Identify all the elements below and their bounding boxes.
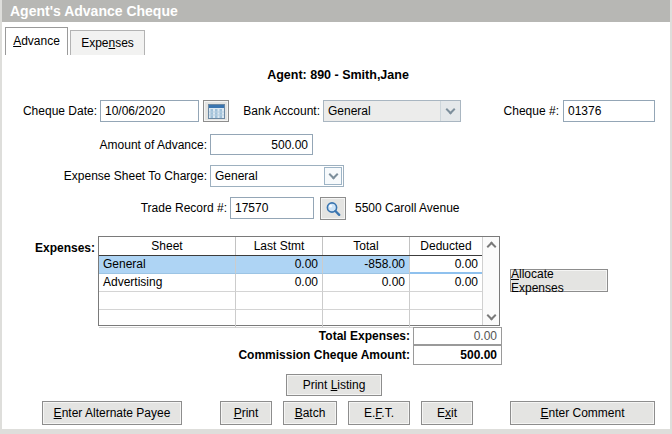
cheque-number-label: Cheque #: — [487, 100, 559, 122]
chevron-down-icon — [440, 101, 460, 121]
table-scrollbar[interactable] — [482, 237, 499, 325]
cheque-date-label: Cheque Date: — [2, 100, 97, 122]
calendar-icon — [208, 104, 225, 119]
table-row-empty — [99, 310, 482, 328]
scroll-down-icon[interactable] — [487, 311, 497, 321]
table-row-empty — [99, 292, 482, 310]
total-expenses-label: Total Expenses: — [182, 328, 410, 345]
batch-button[interactable]: Batch — [283, 401, 337, 425]
window-bottom-frame — [2, 429, 672, 434]
tab-expenses[interactable]: Expenses — [70, 30, 145, 55]
magnifier-icon — [325, 201, 341, 217]
enter-comment-button[interactable]: Enter Comment — [510, 401, 655, 425]
expenses-table: Sheet Last Stmt Total Deducted General 0… — [98, 236, 500, 326]
expenses-label: Expenses: — [17, 237, 95, 259]
cell-deducted[interactable]: 0.00 — [410, 274, 482, 292]
cell-deducted-editable[interactable]: 0.00 — [410, 256, 482, 274]
bank-account-label: Bank Account: — [230, 100, 320, 122]
scroll-up-icon[interactable] — [487, 242, 497, 252]
table-row-general[interactable]: General 0.00 -858.00 0.00 — [99, 256, 482, 274]
column-header-sheet[interactable]: Sheet — [99, 237, 236, 255]
cell-sheet[interactable]: General — [99, 256, 236, 274]
expenses-grid: Sheet Last Stmt Total Deducted General 0… — [99, 237, 482, 325]
window-title: Agent's Advance Cheque — [2, 0, 672, 22]
calendar-button[interactable] — [203, 100, 229, 122]
column-header-total[interactable]: Total — [323, 237, 410, 255]
expense-sheet-value: General — [211, 166, 323, 186]
commission-cheque-amount-label: Commission Cheque Amount: — [152, 346, 410, 365]
exit-button[interactable]: Exit — [421, 401, 473, 425]
expense-sheet-select[interactable]: General — [210, 165, 344, 187]
cheque-date-input[interactable] — [100, 100, 199, 122]
chevron-down-icon — [324, 167, 342, 185]
commission-cheque-amount-input[interactable]: 500.00 — [413, 345, 502, 365]
expenses-grid-header: Sheet Last Stmt Total Deducted — [99, 237, 482, 256]
enter-alternate-payee-button[interactable]: Enter Alternate Payee — [42, 401, 182, 425]
agent-heading: Agent: 890 - Smith,Jane — [2, 68, 672, 82]
cell-total[interactable]: 0.00 — [323, 274, 410, 292]
column-header-last-stmt[interactable]: Last Stmt — [236, 237, 323, 255]
cell-last-stmt[interactable]: 0.00 — [236, 274, 323, 292]
cell-sheet[interactable]: Advertising — [99, 274, 236, 292]
tab-advance[interactable]: Advance — [5, 27, 68, 55]
trade-record-address: 5500 Caroll Avenue — [355, 197, 460, 220]
table-row-advertising[interactable]: Advertising 0.00 0.00 0.00 — [99, 274, 482, 292]
amount-of-advance-label: Amount of Advance: — [42, 134, 207, 156]
eft-button[interactable]: E.F.T. — [348, 401, 410, 425]
trade-record-input[interactable] — [230, 197, 314, 219]
amount-of-advance-input[interactable] — [210, 134, 313, 155]
bank-account-select[interactable]: General — [323, 100, 461, 122]
trade-record-label: Trade Record #: — [97, 197, 227, 219]
trade-record-search-button[interactable] — [320, 197, 346, 220]
cell-total[interactable]: -858.00 — [323, 256, 410, 274]
allocate-expenses-button[interactable]: Allocate Expenses — [510, 269, 608, 292]
total-expenses-value: 0.00 — [413, 327, 502, 345]
agents-advance-cheque-window: Agent's Advance Cheque Advance Expenses … — [0, 0, 672, 434]
print-listing-button[interactable]: Print Listing — [286, 374, 382, 396]
print-button[interactable]: Print — [220, 401, 272, 425]
column-header-deducted[interactable]: Deducted — [410, 237, 482, 255]
bank-account-value: General — [324, 101, 440, 121]
expense-sheet-label: Expense Sheet To Charge: — [22, 165, 207, 187]
cell-last-stmt[interactable]: 0.00 — [236, 256, 323, 274]
cheque-number-input[interactable] — [563, 100, 655, 122]
